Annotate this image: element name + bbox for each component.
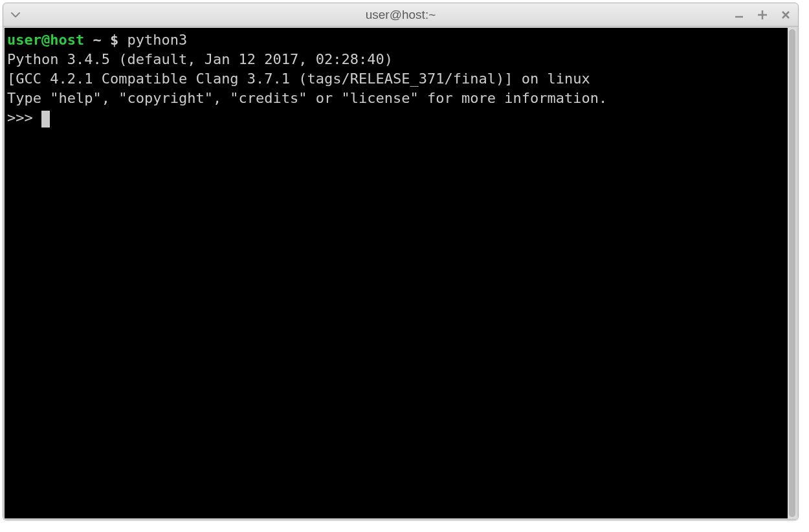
python-prompt: >>> [7,109,41,126]
python-help-line: Type "help", "copyright", "credits" or "… [7,90,607,106]
prompt-symbol: $ [110,32,118,48]
plus-icon [757,9,768,21]
prompt-separator [84,32,93,48]
maximize-button[interactable] [755,8,770,22]
prompt-user-host: user@host [7,32,84,48]
terminal-body: user@host ~ $ python3 Python 3.4.5 (defa… [3,27,798,520]
terminal-window: user@host:~ user@host ~ $ py [3,3,799,520]
terminal-output[interactable]: user@host ~ $ python3 Python 3.4.5 (defa… [5,28,788,518]
chevron-down-icon [11,12,20,18]
titlebar[interactable]: user@host:~ [3,3,798,27]
minimize-icon [734,10,744,20]
python-compiler-line: [GCC 4.2.1 Compatible Clang 3.7.1 (tags/… [7,71,590,87]
window-controls [732,8,793,22]
minimize-button[interactable] [732,8,746,22]
close-icon [781,10,791,20]
command-text: python3 [127,32,187,48]
menu-dropdown-button[interactable] [8,8,23,22]
scrollbar[interactable] [788,28,797,518]
python-version-line: Python 3.4.5 (default, Jan 12 2017, 02:2… [7,51,393,67]
window-title: user@host:~ [3,8,798,22]
close-button[interactable] [779,8,793,22]
titlebar-left [8,8,73,22]
scrollbar-thumb[interactable] [789,29,795,517]
cursor [41,111,50,127]
prompt-path: ~ [93,32,101,48]
